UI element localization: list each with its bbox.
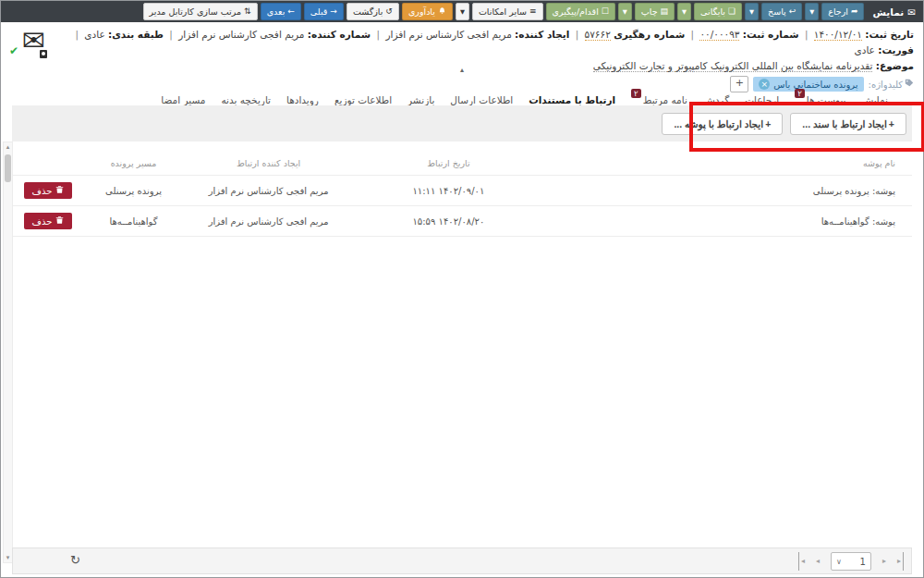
seal-icon xyxy=(40,50,47,58)
next-button[interactable]: ← بعدی xyxy=(261,3,301,20)
pager: ◂ ◂ ∨ 1 ▸ ▸ xyxy=(798,552,904,571)
link-actions-bar: + ایجاد ارتباط با سند ... + ایجاد ارتباط… xyxy=(12,105,912,141)
chevron-down-icon: ∨ xyxy=(836,558,842,566)
checkbox-icon: ☐ xyxy=(602,7,609,16)
folder-name-cell: پوشه: پرونده پرسنلی xyxy=(543,176,912,206)
tab-distribution-info[interactable]: اطلاعات توزیع xyxy=(334,94,392,105)
pagination-bar: ↻ ◂ ◂ ∨ 1 ▸ ▸ xyxy=(12,547,912,574)
action-followup-button[interactable]: ☐ اقدام/پیگیری xyxy=(546,3,615,20)
creator-value: مریم افجی کارشناس نرم افزار xyxy=(385,29,511,40)
tab-events[interactable]: رویدادها xyxy=(286,94,319,105)
print-icon: ▤ xyxy=(661,7,669,16)
tab-attachments[interactable]: پیوست ها۲ xyxy=(795,94,845,105)
table-header-row: نام پوشه تاریخ ارتباط ایجاد کننده ارتباط… xyxy=(12,151,912,176)
separator: | xyxy=(805,29,808,40)
sort-cartable-button[interactable]: ⇅ مرتب سازی کارتابل مدیر xyxy=(143,3,258,20)
print-dropdown[interactable]: ▼ xyxy=(618,3,632,20)
refresh-icon[interactable]: ↻ xyxy=(70,553,80,567)
first-page-icon[interactable]: ◂ xyxy=(798,552,805,571)
plus-icon: + xyxy=(889,118,894,129)
scrollbar-thumb[interactable] xyxy=(5,154,11,182)
register-number-value: ۰۰/۰۰۰۹۳ xyxy=(699,29,739,41)
tab-body-history[interactable]: تاریخچه بدنه xyxy=(221,94,271,105)
tab-send-info[interactable]: اطلاعات ارسال xyxy=(450,94,513,105)
bell-icon xyxy=(438,6,446,18)
separator: | xyxy=(377,29,381,40)
column-file-path: مسیر پرونده xyxy=(84,151,183,176)
link-creator-cell: مریم افجی کارشناس نرم افزار xyxy=(183,206,354,237)
folder-links-table: نام پوشه تاریخ ارتباط ایجاد کننده ارتباط… xyxy=(12,151,912,237)
urgency-value: عادی xyxy=(855,44,875,55)
scroll-up-icon[interactable]: ▴ xyxy=(4,143,12,151)
separator: | xyxy=(691,29,695,40)
arrow-right-icon: → xyxy=(330,7,337,16)
other-features-dropdown[interactable]: ▼ xyxy=(456,3,469,20)
tab-circulation[interactable]: گردش xyxy=(703,94,729,105)
urgency-label: فوریت: xyxy=(878,44,914,55)
menu-icon: ≡ xyxy=(529,7,537,16)
tracking-number-label: شماره رهگیری xyxy=(614,29,685,40)
tab-document-links[interactable]: ارتباط با مستندات xyxy=(529,94,615,105)
forward-icon: ➦ xyxy=(851,7,858,16)
collapse-header-button[interactable]: ▴ xyxy=(1,66,923,74)
delete-link-button[interactable]: حذف xyxy=(24,213,73,229)
scroll-down-icon[interactable]: ▾ xyxy=(4,554,12,561)
file-path-cell: پرونده پرسنلی xyxy=(84,176,183,206)
tab-referrals[interactable]: ارجاعات xyxy=(745,94,779,105)
creator-label: ایجاد کننده: xyxy=(515,29,569,40)
plus-icon: + xyxy=(765,118,771,129)
trash-icon xyxy=(55,185,64,196)
register-date-label: تاریخ ثبت: xyxy=(865,29,914,40)
file-path-cell: گواهینامــه‌ها xyxy=(84,206,183,237)
top-toolbar: ✉ نمایش ➦ ارجاع ▼ ↩ پاسخ ▼ ❏ بایگانی ▼ ▤… xyxy=(1,1,923,22)
application-window: ✉ نمایش ➦ ارجاع ▼ ↩ پاسخ ▼ ❏ بایگانی ▼ ▤… xyxy=(0,0,924,578)
arrow-left-icon: ← xyxy=(287,7,295,16)
back-icon: ↺ xyxy=(385,7,393,16)
reply-dropdown[interactable]: ▼ xyxy=(745,3,759,20)
green-check-icon: ✔ xyxy=(9,44,18,57)
column-folder-name: نام پوشه xyxy=(543,151,912,176)
print-button[interactable]: ▤ چاپ xyxy=(635,3,675,20)
sort-icon: ⇅ xyxy=(244,7,251,16)
page-select[interactable]: ∨ 1 xyxy=(831,552,871,571)
letter-meta-header: تاریخ ثبت: ۱۴۰۰/۱۲/۰۱ | شماره ثبت: ۰۰/۰۰… xyxy=(1,22,923,89)
referral-dropdown[interactable]: ▼ xyxy=(805,3,819,20)
previous-button[interactable]: → قبلی xyxy=(304,3,344,20)
tab-view[interactable]: نمایش xyxy=(861,94,888,105)
archive-button[interactable]: ❏ بایگانی xyxy=(694,3,742,20)
link-date-cell: ۱۴۰۲/۰۹/۰۱ ۱۱:۱۱ xyxy=(354,176,543,206)
referral-button[interactable]: ➦ ارجاع xyxy=(821,3,864,20)
document-links-panel: + ایجاد ارتباط با سند ... + ایجاد ارتباط… xyxy=(12,105,912,547)
register-number-label: شماره ثبت: xyxy=(743,29,799,40)
envelope-icon: ✉ xyxy=(907,6,916,18)
other-features-button[interactable]: ≡ سایر امکانات xyxy=(472,3,543,20)
create-folder-link-button[interactable]: + ایجاد ارتباط با پوشه ... xyxy=(662,113,783,135)
last-page-icon[interactable]: ▸ xyxy=(897,552,904,571)
table-row: پوشه: پرونده پرسنلی ۱۴۰۲/۰۹/۰۱ ۱۱:۱۱ مری… xyxy=(12,176,912,206)
tab-signature-path[interactable]: مسیر امضا xyxy=(161,94,205,105)
vertical-scrollbar[interactable]: ▴ ▾ xyxy=(3,141,13,563)
numberer-value: مریم افجی کارشناس نرم افزار xyxy=(178,29,304,40)
reply-button[interactable]: ↩ پاسخ xyxy=(761,3,802,20)
trash-icon xyxy=(55,215,64,227)
next-page-icon[interactable]: ▸ xyxy=(882,552,886,571)
tab-republish[interactable]: بازنشر xyxy=(407,94,434,105)
separator: | xyxy=(576,29,579,40)
related-letter-count-badge: ۲ xyxy=(631,89,641,99)
current-page-number: 1 xyxy=(860,557,866,567)
register-date-value: ۱۴۰۰/۱۲/۰۱ xyxy=(814,29,862,41)
back-button[interactable]: ↺ بازگشت xyxy=(346,3,399,20)
table-row: پوشه: گواهینامــه‌ها ۱۴۰۲/۰۸/۲۰ ۱۵:۵۹ مر… xyxy=(12,206,912,237)
reply-icon: ↩ xyxy=(789,7,796,16)
column-link-date: تاریخ ارتباط xyxy=(354,151,543,176)
archive-dropdown[interactable]: ▼ xyxy=(677,3,691,20)
reminder-button[interactable]: یادآوری xyxy=(402,3,453,20)
column-link-creator: ایجاد کننده ارتباط xyxy=(183,151,354,176)
delete-link-button[interactable]: حذف xyxy=(24,182,73,199)
tracking-number-value: ۵۷۶۶۲ xyxy=(585,29,611,41)
tab-related-letter[interactable]: نامه مرتبط۲ xyxy=(631,94,687,105)
meta-line-1: تاریخ ثبت: ۱۴۰۰/۱۲/۰۱ | شماره ثبت: ۰۰/۰۰… xyxy=(52,27,914,58)
archive-icon: ❏ xyxy=(728,7,736,16)
previous-page-icon[interactable]: ◂ xyxy=(816,552,820,571)
create-document-link-button[interactable]: + ایجاد ارتباط با سند ... xyxy=(790,113,906,135)
